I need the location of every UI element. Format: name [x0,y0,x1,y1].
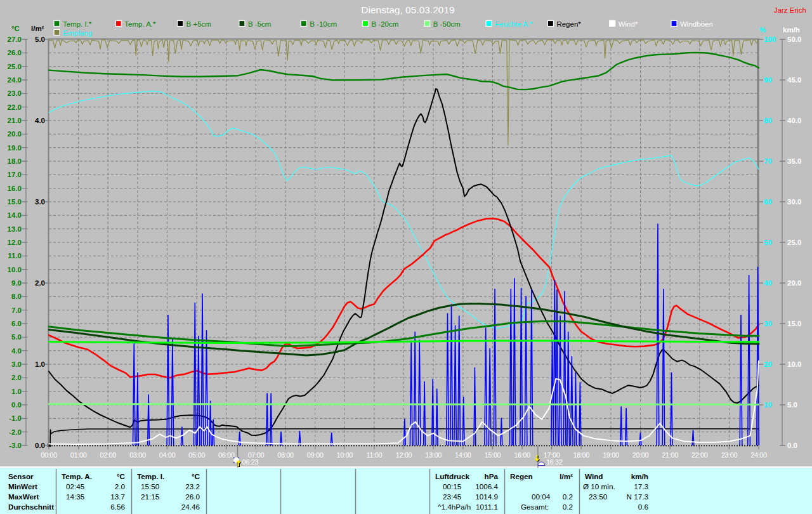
svg-text:15:00: 15:00 [485,451,501,459]
svg-text:24.0: 24.0 [8,76,22,84]
svg-text:16:32: 16:32 [546,458,563,466]
svg-text:23:00: 23:00 [721,451,738,459]
svg-text:0.0: 0.0 [787,442,797,449]
svg-text:05:00: 05:00 [188,451,205,459]
svg-text:30.0: 30.0 [787,198,801,206]
svg-text:^1.4hPa/h: ^1.4hPa/h [438,503,471,511]
svg-text:8.0: 8.0 [11,293,22,300]
svg-text:10.0: 10.0 [787,360,801,368]
svg-text:21:15: 21:15 [141,492,160,501]
svg-text:100: 100 [764,36,776,43]
svg-text:10:00: 10:00 [336,451,353,459]
svg-text:15.0: 15.0 [8,198,22,206]
svg-text:19.0: 19.0 [8,144,22,152]
svg-text:90: 90 [764,76,772,84]
svg-text:0.2: 0.2 [563,492,573,501]
svg-text:19:00: 19:00 [603,451,619,459]
svg-text:26.0: 26.0 [8,49,22,56]
svg-text:17.0: 17.0 [8,171,22,178]
svg-text:MinWert: MinWert [8,482,37,491]
svg-text:0.2: 0.2 [563,503,573,511]
svg-text:03:00: 03:00 [129,451,146,459]
svg-text:5.0: 5.0 [787,401,797,409]
svg-text:4.0: 4.0 [35,117,45,124]
svg-text:MaxWert: MaxWert [8,492,39,501]
svg-text:17.3: 17.3 [634,482,648,491]
svg-text:Durchschnitt: Durchschnitt [8,503,54,511]
svg-text:22.0: 22.0 [8,103,22,111]
svg-text:6.56: 6.56 [110,503,125,511]
svg-text:2.0: 2.0 [11,374,22,381]
svg-text:00:04: 00:04 [532,492,551,501]
svg-text:12.0: 12.0 [8,239,22,246]
svg-text:Ø 10 min.: Ø 10 min. [583,482,615,491]
svg-text:00:00: 00:00 [41,451,57,459]
svg-text:3.0: 3.0 [35,198,45,206]
svg-text:Temp. A.*: Temp. A.* [124,20,156,28]
svg-text:Wind: Wind [585,472,603,480]
svg-text:20:00: 20:00 [632,451,649,459]
svg-text:Wind*: Wind* [619,20,638,28]
svg-text:20.0: 20.0 [8,130,22,138]
svg-text:Feuchte A.*: Feuchte A.* [495,20,533,28]
svg-text:22:00: 22:00 [691,451,708,459]
svg-text:°C: °C [11,25,20,32]
svg-text:18:00: 18:00 [573,451,589,459]
svg-text:16:00: 16:00 [514,451,530,459]
svg-text:5.0: 5.0 [35,36,45,43]
svg-text:13.7: 13.7 [110,492,125,501]
svg-text:25.0: 25.0 [8,63,22,70]
svg-text:11:00: 11:00 [367,451,383,459]
svg-text:hPa: hPa [485,472,499,480]
svg-text:15:50: 15:50 [141,482,160,491]
svg-text:Dienstag, 05.03.2019: Dienstag, 05.03.2019 [361,4,454,15]
svg-text:-2.0: -2.0 [9,428,22,436]
svg-text:Windböen: Windböen [680,20,713,28]
svg-text:11.0: 11.0 [8,252,22,260]
svg-text:km/h: km/h [783,26,800,34]
svg-text:30: 30 [764,320,772,327]
svg-text:35.0: 35.0 [787,157,801,165]
svg-text:14.0: 14.0 [8,211,22,219]
svg-text:9.0: 9.0 [11,279,22,287]
svg-text:Sensor: Sensor [8,472,34,480]
svg-text:13.0: 13.0 [8,225,22,233]
svg-text:-1.0: -1.0 [9,414,22,422]
svg-text:Temp. I.*: Temp. I.* [63,20,92,28]
svg-text:18.0: 18.0 [8,157,22,165]
svg-text:B -50cm: B -50cm [433,20,461,28]
svg-text:50: 50 [764,239,772,246]
svg-text:1014.9: 1014.9 [475,492,498,501]
svg-text:%: % [759,26,766,34]
svg-text:23:50: 23:50 [589,492,608,501]
svg-text:6.0: 6.0 [11,320,22,327]
svg-text:1006.4: 1006.4 [475,482,498,491]
svg-text:B -20cm: B -20cm [372,20,399,28]
svg-text:14:35: 14:35 [66,492,85,501]
svg-text:23.0: 23.0 [8,89,22,97]
svg-text:1.0: 1.0 [35,360,45,368]
svg-text:40: 40 [764,279,772,287]
svg-text:45.0: 45.0 [787,76,801,84]
svg-text:l/m²: l/m² [31,25,44,32]
svg-text:0.0: 0.0 [11,401,22,409]
svg-text:2.0: 2.0 [35,279,45,287]
svg-text:B -10cm: B -10cm [310,20,337,28]
svg-text:B +5cm: B +5cm [187,20,211,28]
svg-text:5.0: 5.0 [11,333,22,341]
svg-text:km/h: km/h [631,472,648,480]
svg-text:Temp. A.: Temp. A. [62,472,92,480]
svg-text:06:00: 06:00 [218,451,235,459]
svg-text:13:00: 13:00 [425,451,442,459]
svg-text:01:00: 01:00 [70,451,87,459]
svg-text:12:00: 12:00 [396,451,412,459]
svg-text:04:00: 04:00 [159,451,176,459]
svg-text:4.0: 4.0 [11,347,22,355]
svg-text:Regen: Regen [510,472,533,480]
svg-text:0.6: 0.6 [638,503,648,511]
svg-text:08:00: 08:00 [277,451,294,459]
svg-text:N 17.3: N 17.3 [627,492,648,501]
svg-text:24.46: 24.46 [181,503,200,511]
svg-text:10.0: 10.0 [8,266,22,273]
svg-text:Gesamt:: Gesamt: [521,503,549,511]
